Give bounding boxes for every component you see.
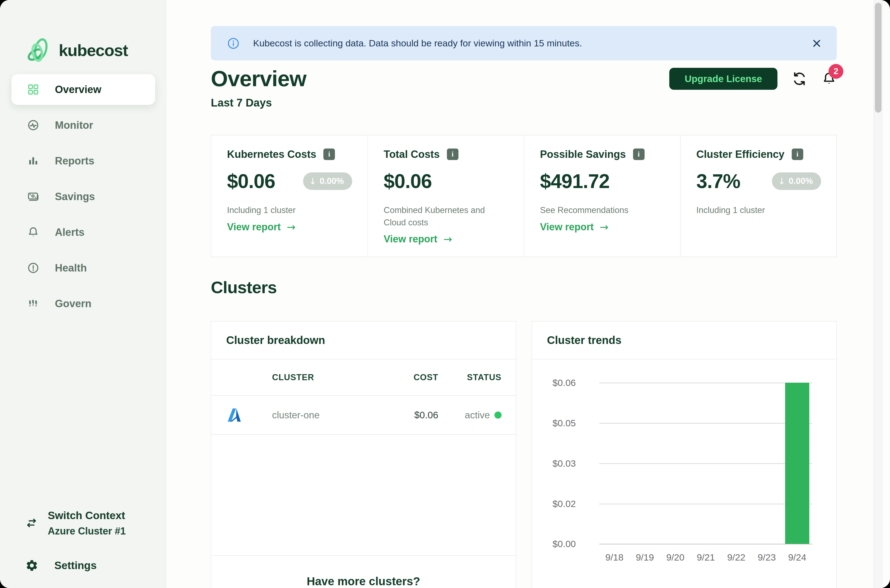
bell-icon [27, 226, 39, 238]
stat-card-total-costs: Total Costsi$0.06Combined Kubernetes and… [368, 135, 524, 257]
x-axis-tick-label: 9/22 [727, 552, 745, 563]
sidebar-item-savings[interactable]: Savings [12, 181, 155, 212]
stat-card-value-row: $0.06↓0.00% [227, 171, 352, 191]
gridline [599, 504, 813, 504]
govern-icon [27, 297, 39, 310]
switch-context-button[interactable]: Switch Context Azure Cluster #1 [25, 510, 167, 537]
page-header: Overview Upgrade License 2 [211, 66, 837, 91]
down-arrow-icon: ↓ [778, 177, 785, 186]
settings-label: Settings [54, 560, 97, 572]
gridline [599, 382, 813, 383]
banner-message: Kubecost is collecting data. Data should… [253, 38, 582, 49]
health-icon [27, 262, 39, 274]
sidebar-item-label: Reports [55, 155, 95, 167]
sidebar-item-monitor[interactable]: Monitor [12, 110, 155, 141]
chart-bar-9-24[interactable] [785, 382, 809, 544]
sidebar-item-label: Alerts [55, 226, 84, 238]
stat-cards-row: Kubernetes Costsi$0.06↓0.00%Including 1 … [211, 135, 837, 257]
stat-card-value: $0.06 [384, 171, 432, 191]
close-icon[interactable] [811, 38, 822, 49]
grid-icon [27, 83, 39, 96]
stat-card-description: Including 1 cluster [696, 204, 821, 217]
savings-icon [27, 190, 39, 203]
stat-card-description: Combined Kubernetes and Cloud costs [384, 204, 509, 229]
column-header-cost: COST [381, 372, 438, 382]
gridline [599, 544, 813, 544]
info-icon[interactable]: i [447, 148, 458, 160]
sidebar-item-alerts[interactable]: Alerts [12, 217, 155, 248]
stat-card-title-row: Total Costsi [384, 148, 509, 160]
stat-card-cluster-efficiency: Cluster Efficiencyi3.7%↓0.00%Including 1… [680, 135, 837, 257]
info-icon[interactable]: i [633, 148, 645, 160]
cluster-breakdown-title: Cluster breakdown [211, 321, 516, 359]
x-axis-tick-label: 9/19 [636, 552, 654, 563]
stat-card-value-row: $491.72 [540, 171, 665, 191]
cluster-table-body: cluster-one$0.06active [211, 396, 516, 435]
cluster-status-label: active [465, 410, 490, 420]
stat-card-title: Possible Savings [540, 148, 626, 160]
sidebar-item-health[interactable]: Health [12, 252, 155, 283]
refresh-icon[interactable] [792, 71, 807, 87]
sidebar-item-label: Overview [55, 84, 101, 96]
stat-card-value: $0.06 [227, 171, 275, 191]
info-banner: Kubecost is collecting data. Data should… [211, 26, 837, 60]
gridline [599, 464, 813, 464]
cluster-trends-title: Cluster trends [532, 321, 837, 359]
sidebar-item-overview[interactable]: Overview [12, 74, 155, 105]
switch-context-text: Switch Context Azure Cluster #1 [48, 510, 126, 537]
stat-card-title: Total Costs [384, 148, 440, 160]
sidebar-nav: OverviewMonitorReportsSavingsAlertsHealt… [0, 68, 167, 319]
view-report-link[interactable]: View report→ [384, 233, 452, 245]
cluster-table-row[interactable]: cluster-one$0.06active [211, 396, 516, 435]
x-axis-tick-label: 9/23 [758, 552, 776, 563]
x-axis-tick-label: 9/21 [697, 552, 715, 563]
time-range-label: Last 7 Days [211, 97, 837, 109]
sidebar-item-label: Monitor [55, 119, 93, 131]
status-dot [494, 411, 501, 418]
sidebar-item-settings[interactable]: Settings [25, 559, 167, 572]
clusters-grid: Cluster breakdown CLUSTERCOSTSTATUS clus… [211, 321, 837, 588]
delta-value: 0.00% [320, 176, 344, 186]
stat-card-title: Kubernetes Costs [227, 148, 316, 160]
view-report-label: View report [227, 221, 281, 233]
y-axis-tick-label: $0.03 [532, 458, 576, 469]
sidebar-item-reports[interactable]: Reports [12, 146, 155, 176]
sidebar-item-govern[interactable]: Govern [12, 288, 155, 319]
sidebar-item-label: Savings [55, 191, 95, 202]
upgrade-license-button[interactable]: Upgrade License [669, 68, 777, 90]
sidebar-item-label: Health [55, 262, 87, 274]
header-actions: Upgrade License 2 [669, 68, 837, 90]
view-report-label: View report [384, 233, 437, 245]
scrollbar-thumb[interactable] [875, 3, 881, 112]
info-circle-icon [227, 37, 240, 50]
app-window: kubecost OverviewMonitorReportsSavingsAl… [0, 0, 890, 588]
notification-badge: 2 [828, 64, 843, 79]
stat-card-title-row: Cluster Efficiencyi [696, 148, 821, 160]
sidebar-bottom: Switch Context Azure Cluster #1 Settings [0, 510, 167, 588]
view-report-link[interactable]: View report→ [227, 221, 296, 233]
y-axis-tick-label: $0.05 [532, 418, 576, 429]
have-more-clusters-link[interactable]: Have more clusters? [211, 555, 516, 588]
stat-card-possible-savings: Possible Savingsi$491.72See Recommendati… [524, 135, 680, 257]
switch-arrows-icon [25, 517, 38, 530]
right-arrow-icon: → [287, 221, 296, 233]
cluster-table-header: CLUSTERCOSTSTATUS [211, 359, 516, 396]
page-title: Overview [211, 66, 306, 91]
info-icon[interactable]: i [792, 148, 803, 160]
cluster-cost: $0.06 [381, 410, 438, 420]
notifications-button[interactable]: 2 [821, 71, 837, 87]
stat-card-value: $491.72 [540, 171, 609, 191]
y-axis-tick-label: $0.00 [532, 538, 576, 549]
switch-context-cluster: Azure Cluster #1 [48, 525, 126, 537]
view-report-link[interactable]: View report→ [540, 221, 608, 233]
cluster-name: cluster-one [272, 410, 381, 420]
stat-card-description: See Recommendations [540, 204, 665, 217]
info-icon[interactable]: i [323, 148, 335, 160]
stat-card-title-row: Kubernetes Costsi [227, 148, 352, 160]
cluster-breakdown-card: Cluster breakdown CLUSTERCOSTSTATUS clus… [211, 321, 516, 588]
kubecost-logo-icon [25, 35, 52, 66]
right-arrow-icon: → [443, 233, 452, 245]
monitor-icon [27, 119, 39, 132]
gear-icon [25, 559, 38, 572]
stat-card-title: Cluster Efficiency [696, 148, 785, 160]
